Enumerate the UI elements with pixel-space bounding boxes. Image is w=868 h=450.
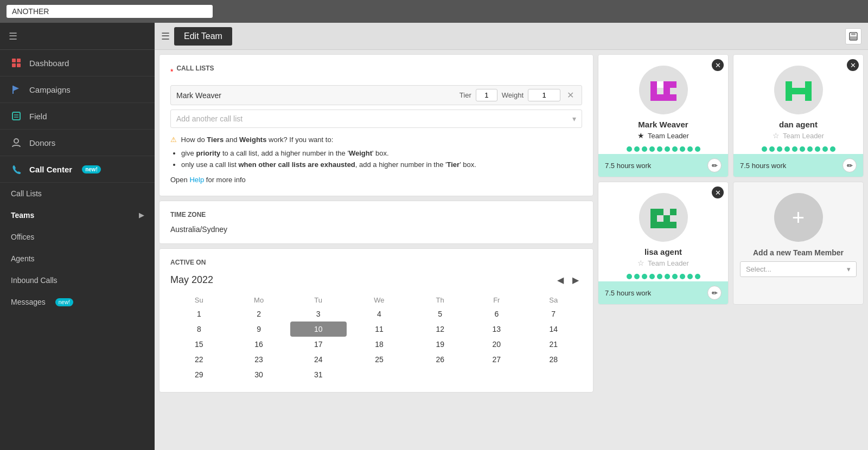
calendar-day[interactable]: 20 bbox=[468, 337, 525, 352]
calendar-day[interactable]: 6 bbox=[468, 306, 525, 322]
calendar-day[interactable]: 7 bbox=[525, 306, 582, 322]
main-content: * Call Lists Mark Weaver Tier Weight ✕ A… bbox=[155, 50, 868, 450]
sidebar-sub-item-messages[interactable]: Messages new! bbox=[0, 291, 155, 313]
svg-rect-17 bbox=[650, 88, 657, 94]
calendar-day[interactable]: 31 bbox=[290, 367, 347, 382]
day-header-fr: Fr bbox=[468, 294, 525, 306]
search-input[interactable] bbox=[7, 5, 213, 18]
sidebar-sub-item-calllists[interactable]: Call Lists bbox=[0, 183, 155, 204]
required-star: * bbox=[170, 67, 173, 76]
day-header-we: We bbox=[347, 294, 412, 306]
svg-rect-39 bbox=[657, 222, 663, 228]
calendar-day[interactable]: 25 bbox=[347, 352, 412, 367]
help-link[interactable]: Help bbox=[189, 176, 204, 184]
calendar-day[interactable]: 12 bbox=[412, 322, 468, 337]
star-filled-icon: ★ bbox=[637, 131, 644, 140]
timezone-label: Time Zone bbox=[170, 211, 582, 218]
remove-member-lisa-agent[interactable]: ✕ bbox=[712, 187, 724, 198]
timezone-value: Australia/Sydney bbox=[170, 225, 582, 234]
edit-hours-button-mark-weaver[interactable]: ✏ bbox=[707, 158, 722, 172]
save-area bbox=[845, 28, 861, 44]
calendar-day[interactable]: 14 bbox=[525, 322, 582, 337]
weight-input[interactable] bbox=[528, 89, 560, 101]
tier-input[interactable] bbox=[476, 89, 497, 101]
calendar-day[interactable]: 3 bbox=[290, 306, 347, 322]
sidebar-sub-label-agents: Agents bbox=[11, 254, 35, 263]
next-month-button[interactable]: ▶ bbox=[569, 273, 582, 287]
sidebar-item-field[interactable]: Field bbox=[0, 103, 155, 130]
sidebar-sub-label-calllists: Call Lists bbox=[11, 189, 42, 198]
calendar-day[interactable]: 18 bbox=[347, 337, 412, 352]
sidebar-sub-item-inboundcalls[interactable]: Inbound Calls bbox=[0, 269, 155, 291]
calendar-day[interactable]: 26 bbox=[412, 352, 468, 367]
member-leader-label-mark-weaver: Team Leader bbox=[648, 132, 689, 140]
remove-member-mark-weaver[interactable]: ✕ bbox=[712, 59, 724, 71]
avatar-mark-weaver bbox=[639, 66, 688, 114]
save-button[interactable] bbox=[845, 28, 861, 44]
remove-call-list-button[interactable]: ✕ bbox=[565, 90, 576, 100]
user-icon bbox=[11, 137, 22, 148]
sidebar-label-donors: Donors bbox=[29, 138, 55, 147]
calendar-day[interactable]: 29 bbox=[170, 367, 228, 382]
sidebar-label-field: Field bbox=[29, 112, 47, 121]
svg-rect-37 bbox=[663, 215, 670, 222]
calendar-day[interactable]: 13 bbox=[468, 322, 525, 337]
sidebar-sub-label-teams: Teams bbox=[11, 211, 34, 220]
day-header-mo: Mo bbox=[228, 294, 290, 306]
svg-rect-31 bbox=[805, 94, 812, 101]
calendar-day[interactable]: 1 bbox=[170, 306, 228, 322]
sidebar-item-donors[interactable]: Donors bbox=[0, 130, 155, 156]
svg-rect-35 bbox=[670, 209, 676, 215]
member-footer-dan-agent: 7.5 hours work ✏ bbox=[733, 154, 863, 177]
member-name-dan-agent: dan agent bbox=[779, 120, 818, 129]
sidebar-item-callcenter[interactable]: Call Center new! bbox=[0, 156, 155, 183]
add-member-button[interactable]: + bbox=[774, 193, 823, 242]
calendar-day[interactable]: 24 bbox=[290, 352, 347, 367]
left-panel: * Call Lists Mark Weaver Tier Weight ✕ A… bbox=[159, 54, 593, 446]
calendar-day[interactable]: 10 bbox=[290, 322, 347, 337]
calendar-day[interactable]: 28 bbox=[525, 352, 582, 367]
calendar-day[interactable]: 16 bbox=[228, 337, 290, 352]
calendar-day[interactable]: 23 bbox=[228, 352, 290, 367]
sidebar-item-campaigns[interactable]: Campaigns bbox=[0, 76, 155, 103]
calendar-day[interactable]: 27 bbox=[468, 352, 525, 367]
top-bar bbox=[0, 0, 868, 23]
edit-hours-button-dan-agent[interactable]: ✏ bbox=[843, 158, 857, 172]
sidebar-sub-item-offices[interactable]: Offices bbox=[0, 226, 155, 248]
member-name-mark-weaver: Mark Weaver bbox=[638, 120, 688, 129]
calendar-day[interactable]: 19 bbox=[412, 337, 468, 352]
calendar-day[interactable]: 5 bbox=[412, 306, 468, 322]
calendar-day[interactable]: 11 bbox=[347, 322, 412, 337]
calendar-day[interactable]: 2 bbox=[228, 306, 290, 322]
svg-point-8 bbox=[14, 139, 18, 143]
list-icon[interactable]: ☰ bbox=[161, 30, 170, 42]
calendar-day[interactable]: 9 bbox=[228, 322, 290, 337]
remove-member-dan-agent[interactable]: ✕ bbox=[847, 59, 859, 71]
avatar-dan-agent bbox=[774, 66, 823, 114]
add-call-list-dropdown[interactable]: Add another call list ▾ bbox=[170, 110, 582, 128]
sidebar-sub-item-teams[interactable]: Teams ▶ bbox=[0, 204, 155, 226]
edit-hours-button-lisa-agent[interactable]: ✏ bbox=[707, 286, 722, 300]
hamburger-icon[interactable]: ☰ bbox=[9, 30, 17, 42]
svg-rect-15 bbox=[663, 81, 670, 88]
calendar-day[interactable]: 15 bbox=[170, 337, 228, 352]
calendar-day[interactable]: 30 bbox=[228, 367, 290, 382]
sidebar: ☰ Dashboard bbox=[0, 23, 155, 450]
dropdown-caret-icon: ▾ bbox=[572, 114, 576, 123]
calendar-day[interactable]: 8 bbox=[170, 322, 228, 337]
svg-rect-41 bbox=[670, 222, 676, 228]
prev-month-button[interactable]: ◀ bbox=[554, 273, 567, 287]
calendar-day[interactable]: 4 bbox=[347, 306, 412, 322]
svg-rect-10 bbox=[851, 33, 856, 35]
add-member-select[interactable]: Select... ▾ bbox=[740, 261, 857, 277]
calendar-day bbox=[468, 367, 525, 382]
svg-rect-26 bbox=[786, 88, 792, 94]
sidebar-sub-item-agents[interactable]: Agents bbox=[0, 248, 155, 269]
sidebar-item-dashboard[interactable]: Dashboard bbox=[0, 50, 155, 76]
calendar-day[interactable]: 21 bbox=[525, 337, 582, 352]
calendar-day[interactable]: 22 bbox=[170, 352, 228, 367]
svg-rect-33 bbox=[650, 209, 657, 215]
calendar-day[interactable]: 17 bbox=[290, 337, 347, 352]
member-hours-dan-agent: 7.5 hours work bbox=[740, 162, 786, 170]
calendar-grid: Su Mo Tu We Th Fr Sa 1234567891011121314… bbox=[170, 294, 582, 382]
